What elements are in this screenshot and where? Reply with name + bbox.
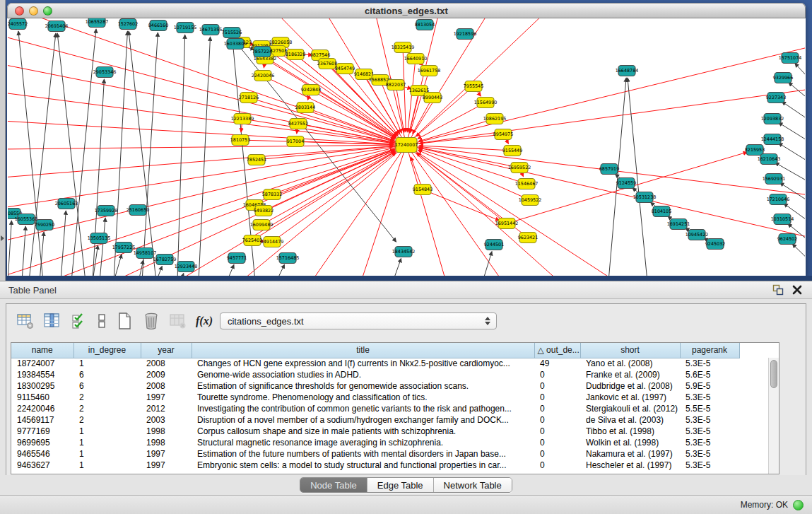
table-cell[interactable]: 1 [73, 358, 141, 369]
table-cell[interactable]: 0 [534, 369, 580, 380]
table-scrollbar-thumb[interactable] [770, 360, 777, 388]
table-cell[interactable]: 1 [73, 460, 141, 471]
table-cell[interactable]: 2 [73, 414, 141, 426]
network-node[interactable]: 16099489 [250, 220, 273, 230]
network-node[interactable]: 2718126 [239, 93, 259, 103]
table-cell[interactable]: 0 [534, 448, 580, 460]
network-node[interactable]: 5493822 [254, 206, 273, 216]
table-cell[interactable]: Structural magnetic resonance image aver… [192, 437, 534, 448]
network-node[interactable]: 8466160 [148, 21, 168, 31]
table-cell[interactable]: 9115460 [11, 392, 73, 403]
delete-rows-trash-icon[interactable] [141, 310, 162, 332]
table-select-dropdown[interactable]: citations_edges.txt [220, 313, 497, 329]
table-cell[interactable]: 0 [534, 460, 580, 471]
network-edge[interactable] [393, 258, 401, 276]
network-node[interactable]: 8186328 [286, 49, 305, 60]
tab-node-table[interactable]: Node Table [300, 478, 367, 492]
column-header-out_de[interactable]: △ out_de... [534, 343, 580, 358]
table-cell[interactable]: Stergiakouli et al. (2012) [580, 403, 680, 414]
network-node[interactable]: 16959522 [508, 163, 531, 173]
table-row[interactable]: 1938455462009Genome-wide association stu… [11, 369, 739, 380]
table-cell[interactable]: 5.3E-5 [680, 437, 739, 448]
table-cell[interactable]: Dudbridge et al. (2008) [580, 380, 680, 392]
network-edge[interactable] [100, 218, 105, 276]
network-node[interactable]: 8822037 [386, 80, 406, 90]
table-cell[interactable]: 18724007 [11, 358, 73, 369]
table-cell[interactable]: 9699695 [11, 437, 73, 448]
network-node[interactable]: 9124559 [616, 178, 636, 189]
table-cell[interactable]: 9465546 [11, 448, 73, 460]
table-row[interactable]: 911546021997Tourette syndrome. Phenomeno… [11, 392, 739, 403]
network-edge[interactable] [406, 47, 805, 145]
table-cell[interactable]: 19384554 [11, 369, 73, 380]
network-edge[interactable] [29, 33, 56, 276]
network-node[interactable]: 29053346 [93, 67, 117, 78]
table-cell[interactable]: 5.5E-5 [680, 403, 739, 414]
network-node[interactable]: 2405572 [8, 19, 28, 30]
network-window-titlebar[interactable]: citations_edges.txt [7, 3, 806, 18]
network-node[interactable]: 16210643 [758, 154, 781, 165]
network-node[interactable]: 9154843 [413, 185, 433, 195]
network-node[interactable]: 10862195 [483, 114, 507, 124]
network-edge[interactable] [61, 211, 66, 276]
table-cell[interactable]: Hescheler et al. (1997) [580, 460, 680, 471]
network-node[interactable]: 17359928 [95, 206, 118, 216]
table-cell[interactable]: Jankovic et al. (1997) [580, 392, 680, 403]
network-node[interactable]: 16640910 [404, 54, 428, 64]
table-cell[interactable]: Investigating the contribution of common… [192, 403, 534, 414]
column-settings-icon[interactable] [42, 310, 63, 332]
zoom-window-button[interactable] [43, 6, 52, 16]
new-document-icon[interactable] [114, 310, 135, 332]
network-node[interactable]: 1527602 [118, 19, 138, 30]
select-all-icon[interactable] [69, 310, 90, 332]
table-cell[interactable]: 2003 [141, 414, 192, 426]
table-settings-icon[interactable] [15, 310, 36, 332]
network-node[interactable]: 20691406 [45, 21, 69, 32]
network-node[interactable]: 10459522 [519, 195, 542, 206]
network-node[interactable]: 9623421 [518, 233, 538, 243]
network-node[interactable]: 7515526 [222, 28, 242, 38]
close-panel-icon[interactable] [792, 285, 802, 295]
network-edge[interactable] [272, 153, 396, 242]
network-node[interactable]: 7955545 [464, 81, 483, 92]
close-window-button[interactable] [15, 6, 24, 16]
minimize-window-button[interactable] [29, 6, 38, 16]
network-node[interactable]: 16951442 [495, 218, 519, 229]
table-cell[interactable]: 6 [73, 369, 141, 380]
column-header-in_degree[interactable]: in_degree [73, 343, 141, 358]
table-cell[interactable]: 18300295 [11, 380, 73, 392]
table-cell[interactable]: 2008 [141, 380, 192, 392]
table-row[interactable]: 969969511998Structural magnetic resonanc… [11, 437, 739, 448]
network-node[interactable]: 7857224 [252, 47, 272, 57]
network-edge[interactable] [264, 151, 395, 211]
network-node[interactable]: 12444158 [761, 134, 784, 145]
tab-network-table[interactable]: Network Table [433, 478, 512, 492]
network-node[interactable]: 8813054 [415, 20, 435, 30]
network-edge[interactable] [22, 226, 25, 276]
network-node[interactable]: 18325419 [392, 42, 415, 53]
network-node[interactable]: 22420046 [252, 71, 275, 81]
network-node[interactable]: 917004 [287, 136, 304, 147]
table-cell[interactable]: Disruption of a novel member of a sodium… [192, 414, 534, 426]
network-node[interactable]: 12093832 [761, 114, 784, 124]
table-cell[interactable]: 5.9E-5 [680, 380, 739, 392]
table-cell[interactable]: 22420046 [11, 403, 73, 414]
network-node[interactable]: 8990443 [423, 93, 442, 103]
table-cell[interactable]: 2 [73, 403, 141, 414]
table-scrollbar[interactable] [768, 358, 779, 474]
network-edge[interactable] [418, 150, 530, 200]
network-edge[interactable] [8, 145, 406, 241]
table-cell[interactable]: Estimation of significance thresholds fo… [192, 380, 534, 392]
table-cell[interactable]: Estimation of the future numbers of pati… [192, 448, 534, 460]
network-edge[interactable] [778, 143, 805, 165]
column-header-name[interactable]: name [11, 343, 73, 358]
table-cell[interactable]: 5.3E-5 [680, 392, 739, 403]
network-node[interactable]: 6857919 [599, 164, 619, 175]
table-row[interactable]: 946362711997Embryonic stem cells: a mode… [11, 460, 739, 471]
network-node[interactable]: 7590250 [35, 220, 54, 230]
network-node[interactable]: 9227343 [766, 93, 786, 103]
side-panel-collapsed-strip[interactable] [0, 0, 6, 281]
table-cell[interactable]: 0 [534, 403, 580, 414]
network-edge[interactable] [242, 119, 394, 143]
deselect-icon[interactable] [95, 310, 108, 332]
